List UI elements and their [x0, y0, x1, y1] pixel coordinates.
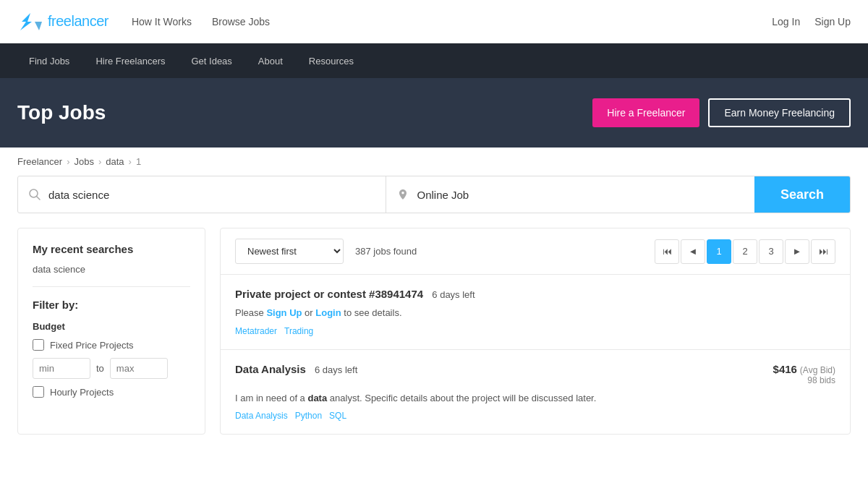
logo-text: freelancer [48, 13, 109, 30]
sort-select[interactable]: Newest first Oldest first Lowest budget … [235, 239, 344, 264]
top-nav-right: Log In Sign Up [772, 16, 851, 27]
job-card-1-header: Private project or contest #38941474 6 d… [235, 288, 835, 300]
job-tag-2-1[interactable]: Python [295, 411, 322, 421]
hourly-label: Hourly Projects [50, 387, 114, 398]
nav-browse-jobs[interactable]: Browse Jobs [212, 16, 270, 27]
job-signup-link-1[interactable]: Sign Up [266, 307, 302, 318]
job-card-1-title-area: Private project or contest #38941474 6 d… [235, 288, 475, 300]
nav-hire-freelancers[interactable]: Hire Freelancers [84, 50, 176, 72]
filter-title: Filter by: [33, 299, 190, 311]
hero-buttons: Hire a Freelancer Earn Money Freelancing [592, 98, 851, 127]
signup-button[interactable]: Sign Up [814, 16, 851, 27]
breadcrumb: Freelancer › Jobs › data › 1 [0, 147, 868, 176]
job-title-2: Data Analysis 6 days left [235, 363, 357, 375]
job-card-2: Data Analysis 6 days left $416 (Avg Bid)… [221, 350, 850, 435]
job-tags-2: Data Analysis Python SQL [235, 411, 835, 421]
job-days-left-2: 6 days left [315, 364, 357, 375]
pagination: ⏮ ◄ 1 2 3 ► ⏭ [655, 239, 835, 264]
job-title-1: Private project or contest #38941474 6 d… [235, 288, 475, 300]
svg-marker-0 [20, 13, 32, 30]
job-bid-count-2: 98 bids [773, 375, 835, 385]
page-title: Top Jobs [17, 101, 106, 124]
job-description-2: I am in need of a data analyst. Specific… [235, 391, 835, 406]
hourly-checkbox-row: Hourly Projects [33, 386, 190, 398]
top-nav: freelancer How It Works Browse Jobs Log … [0, 0, 868, 43]
fixed-price-label: Fixed Price Projects [50, 340, 134, 351]
top-nav-links: How It Works Browse Jobs [132, 16, 772, 27]
job-tag-1-1[interactable]: Trading [284, 326, 313, 336]
job-description-1: Please Sign Up or Login to see details. [235, 306, 835, 320]
budget-range: to [33, 358, 190, 379]
job-bid-2: $416 (Avg Bid) 98 bids [773, 363, 835, 385]
jobs-panel: Newest first Oldest first Lowest budget … [220, 228, 851, 435]
freelancer-logo-icon [17, 12, 43, 32]
job-tag-1-0[interactable]: Metatrader [235, 326, 277, 336]
nav-about[interactable]: About [247, 50, 294, 72]
nav-find-jobs[interactable]: Find Jobs [17, 50, 81, 72]
job-bid-amount-2: $416 [773, 363, 797, 375]
page-3-button[interactable]: 3 [759, 239, 783, 264]
fixed-price-checkbox[interactable] [33, 339, 44, 351]
page-1-button[interactable]: 1 [707, 239, 731, 264]
hourly-checkbox[interactable] [33, 386, 44, 398]
svg-line-3 [37, 197, 41, 200]
earn-money-button[interactable]: Earn Money Freelancing [708, 98, 851, 127]
nav-how-it-works[interactable]: How It Works [132, 16, 192, 27]
budget-min-input[interactable] [33, 358, 90, 379]
jobs-count: 387 jobs found [355, 246, 643, 257]
search-field [18, 176, 386, 213]
fixed-price-checkbox-row: Fixed Price Projects [33, 339, 190, 351]
page-2-button[interactable]: 2 [733, 239, 757, 264]
location-icon [396, 188, 409, 201]
page-prev-button[interactable]: ◄ [681, 239, 705, 264]
location-input[interactable] [417, 189, 744, 201]
job-tag-2-2[interactable]: SQL [329, 411, 346, 421]
breadcrumb-sep-2: › [98, 156, 101, 167]
budget-to: to [96, 363, 104, 374]
search-input[interactable] [48, 189, 375, 201]
job-bold-word-2: data [307, 393, 327, 403]
job-tag-2-0[interactable]: Data Analysis [235, 411, 288, 421]
location-field [386, 176, 754, 213]
hire-freelancer-button[interactable]: Hire a Freelancer [592, 98, 699, 127]
job-card-1: Private project or contest #38941474 6 d… [221, 275, 850, 350]
budget-max-input[interactable] [110, 358, 168, 379]
job-bid-label-2: (Avg Bid) [800, 365, 835, 375]
nav-get-ideas[interactable]: Get Ideas [179, 50, 243, 72]
search-bar: Search [17, 176, 851, 213]
sidebar-divider [33, 286, 190, 287]
breadcrumb-data[interactable]: data [106, 156, 124, 167]
breadcrumb-sep-1: › [67, 156, 69, 167]
breadcrumb-page: 1 [136, 156, 141, 167]
search-button[interactable]: Search [754, 176, 850, 213]
secondary-nav: Find Jobs Hire Freelancers Get Ideas Abo… [0, 43, 868, 78]
job-days-left-1: 6 days left [432, 289, 475, 300]
page-next-button[interactable]: ► [785, 239, 809, 264]
breadcrumb-freelancer[interactable]: Freelancer [17, 156, 62, 167]
breadcrumb-sep-3: › [129, 156, 132, 167]
logo-area[interactable]: freelancer [17, 12, 109, 32]
job-card-2-title-area: Data Analysis 6 days left [235, 363, 357, 375]
jobs-toolbar: Newest first Oldest first Lowest budget … [221, 228, 850, 275]
budget-title: Budget [33, 321, 190, 332]
page-last-button[interactable]: ⏭ [811, 239, 835, 264]
svg-marker-1 [33, 13, 42, 30]
job-card-2-header: Data Analysis 6 days left $416 (Avg Bid)… [235, 363, 835, 385]
nav-resources[interactable]: Resources [297, 50, 365, 72]
job-login-link-1[interactable]: Login [315, 307, 341, 318]
page-first-button[interactable]: ⏮ [655, 239, 679, 264]
main-content: My recent searches data science Filter b… [0, 228, 868, 435]
job-tags-1: Metatrader Trading [235, 326, 835, 336]
recent-searches-title: My recent searches [33, 243, 190, 255]
recent-search-0[interactable]: data science [33, 264, 190, 275]
hero-banner: Top Jobs Hire a Freelancer Earn Money Fr… [0, 78, 868, 147]
search-icon [28, 188, 41, 201]
login-button[interactable]: Log In [772, 16, 800, 27]
breadcrumb-jobs[interactable]: Jobs [74, 156, 93, 167]
sidebar: My recent searches data science Filter b… [17, 228, 205, 435]
